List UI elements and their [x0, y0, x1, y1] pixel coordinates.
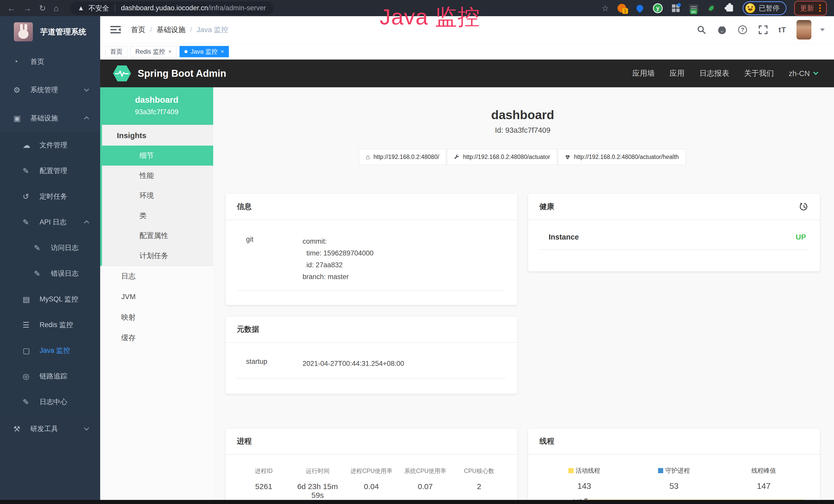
sba-sidebar-item-classes[interactable]: 类 — [102, 206, 213, 226]
metric-value: 0.07 — [398, 482, 452, 491]
sba-sidebar-item-jvm[interactable]: JVM — [100, 287, 213, 307]
sba-sidebar-item-caches[interactable]: 缓存 — [100, 328, 213, 348]
sidebar-item-error-logs[interactable]: ✎错误日志 — [0, 260, 100, 286]
sba-sidebar-item-logfile[interactable]: 日志 — [100, 266, 213, 287]
browser-back-icon[interactable]: ← — [7, 4, 16, 12]
toolbox-icon: ⚒ — [13, 425, 25, 433]
user-caret-down-icon[interactable] — [820, 28, 825, 31]
browser-forward-icon[interactable]: → — [23, 4, 31, 12]
legend-value: 53 — [629, 481, 719, 491]
sidebar-item-system-management[interactable]: ⚙系统管理 — [0, 76, 100, 104]
app-sidebar: 芋道管理系统 ◔首页⚙系统管理▣基础设施 ☁文件管理✎配置管理↺定时任务✎API… — [0, 16, 100, 504]
log-icon: ✎ — [34, 244, 46, 252]
extension-grid-icon[interactable] — [671, 3, 681, 13]
legend-label: 活动线程 — [576, 466, 600, 475]
sidebar-item-infrastructure[interactable]: ▣基础设施 — [0, 104, 100, 132]
app-logo-row[interactable]: 芋道管理系统 — [0, 16, 100, 47]
sidebar-item-scheduled-jobs[interactable]: ↺定时任务 — [0, 184, 100, 209]
home-icon: ⌂ — [366, 153, 370, 161]
legend-value: 147 — [719, 481, 809, 491]
sba-nav-about[interactable]: 关于我们 — [744, 68, 774, 78]
monitor-icon: ▢ — [23, 346, 35, 355]
management-url-link[interactable]: http://192.168.0.2:48080/actuator — [447, 149, 557, 165]
sidebar-item-access-logs[interactable]: ✎访问日志 — [0, 235, 100, 260]
metric-header: 进程ID — [237, 467, 291, 475]
extension-on-icon[interactable]: on — [688, 3, 699, 13]
sba-locale-select[interactable]: zh-CN — [789, 69, 817, 78]
sba-nav-applications[interactable]: 应用 — [670, 68, 684, 78]
breadcrumb-separator: / — [190, 26, 192, 34]
gear-icon: ⚙ — [13, 86, 25, 94]
sidebar-item-dev-tools[interactable]: ⚒研发工具 — [0, 415, 100, 443]
y-axis-tick-label: 140 — [564, 498, 582, 500]
breadcrumb-item[interactable]: 基础设施 — [157, 25, 185, 35]
sidebar-item-config-management[interactable]: ✎配置管理 — [0, 158, 100, 184]
tab-java-monitor[interactable]: Java 监控× — [179, 46, 229, 57]
breadcrumb-item[interactable]: 首页 — [131, 25, 146, 35]
sba-main-content: dashboard Id: 93a3fc7f7409 ⌂ http://192.… — [213, 87, 834, 500]
legend-swatch-icon — [658, 468, 663, 473]
sba-insights-group: Insights 细节性能环境类配置属性计划任务 — [100, 125, 213, 266]
sba-sidebar-item-details[interactable]: 细节 — [100, 145, 213, 166]
extension-pin-icon[interactable] — [635, 3, 645, 13]
font-size-icon[interactable]: tT — [778, 25, 786, 34]
sba-sidebar-item-mappings[interactable]: 映射 — [100, 307, 213, 328]
fullscreen-icon[interactable] — [758, 25, 768, 35]
help-icon[interactable]: ? — [738, 25, 748, 35]
sidebar-item-redis-monitor[interactable]: ☰Redis 监控 — [0, 312, 100, 338]
tab-redis-monitor[interactable]: Redis 监控× — [130, 46, 176, 57]
service-url-link[interactable]: ⌂ http://192.168.0.2:48080/ — [359, 149, 446, 165]
chevron-up-icon — [84, 116, 89, 121]
extensions-puzzle-icon[interactable] — [725, 3, 735, 13]
metric-header: CPU核心数 — [452, 467, 506, 475]
infrastructure-icon: ▣ — [13, 114, 25, 123]
sidebar-menu-top: ◔首页⚙系统管理▣基础设施 — [0, 47, 100, 132]
address-bar[interactable]: ▲ 不安全 dashboard.yudao.iocoder.cn/infra/a… — [70, 2, 273, 15]
sba-sidebar: dashboard 93a3fc7f7409 Insights 细节性能环境类配… — [100, 87, 213, 500]
sidebar-item-trace[interactable]: ◎链路追踪 — [0, 363, 100, 389]
legend-swatch-icon — [568, 468, 574, 473]
sba-nav-journal[interactable]: 日志报表 — [699, 68, 729, 78]
bookmark-star-icon[interactable]: ☆ — [601, 3, 609, 13]
close-icon[interactable]: × — [168, 48, 172, 55]
browser-update-button[interactable]: 更新 — [794, 1, 827, 16]
sidebar-toggle-icon[interactable] — [110, 25, 121, 34]
health-url-link[interactable]: http://192.168.0.2:48080/actuator/health — [558, 149, 686, 165]
sidebar-item-log-center[interactable]: ✎日志中心 — [0, 389, 100, 415]
sba-nav-wallboard[interactable]: 应用墙 — [632, 68, 655, 78]
sba-sidebar-item-config-properties[interactable]: 配置属性 — [102, 226, 213, 246]
metadata-row-value: 2021-04-27T00:44:31.254+08:00 — [303, 358, 404, 369]
avatar[interactable] — [796, 20, 811, 40]
sidebar-item-file-management[interactable]: ☁文件管理 — [0, 132, 100, 158]
sba-group-label: Insights — [102, 125, 213, 145]
github-icon[interactable] — [717, 25, 727, 35]
sidebar-item-home[interactable]: ◔首页 — [0, 47, 100, 76]
sba-sidebar-item-scheduled-tasks[interactable]: 计划任务 — [102, 246, 213, 266]
extension-y-icon[interactable]: y — [653, 3, 663, 13]
sidebar-submenu-infrastructure: ☁文件管理✎配置管理↺定时任务✎API 日志✎访问日志✎错误日志▤MySQL 监… — [0, 132, 100, 415]
profile-paused-chip[interactable]: 已暂停 — [743, 1, 787, 15]
process-metric: 进程ID5261 — [237, 467, 291, 500]
sidebar-item-api-logs[interactable]: ✎API 日志 — [0, 209, 100, 235]
extension-orange-icon[interactable]: 1 — [617, 3, 627, 13]
sba-sidebar-item-environment[interactable]: 环境 — [102, 186, 213, 206]
info-card: 信息 git commit: time: 1596289704000 id: 2… — [225, 194, 517, 305]
sba-instance-header[interactable]: dashboard 93a3fc7f7409 — [100, 87, 213, 125]
browser-reload-icon[interactable]: ↻ — [39, 4, 46, 12]
history-icon: ↺ — [23, 192, 35, 201]
breadcrumb-item: Java 监控 — [197, 25, 228, 35]
sba-brand[interactable]: Spring Boot Admin — [138, 68, 226, 79]
page-subtitle: Id: 93a3fc7f7409 — [225, 126, 820, 135]
browser-menu-icon[interactable] — [819, 4, 821, 12]
extension-leaf-icon[interactable] — [707, 3, 717, 13]
browser-home-icon[interactable]: ⌂ — [54, 4, 59, 12]
sidebar-item-java-monitor[interactable]: ▢Java 监控 — [0, 338, 100, 363]
tab-home[interactable]: 首页 — [105, 46, 127, 57]
sidebar-item-mysql-monitor[interactable]: ▤MySQL 监控 — [0, 286, 100, 312]
sba-sidebar-item-metrics[interactable]: 性能 — [102, 166, 213, 186]
health-url: http://192.168.0.2:48080/actuator/health — [574, 154, 679, 160]
metadata-startup-row: startup 2021-04-27T00:44:31.254+08:00 — [237, 354, 506, 379]
close-icon[interactable]: × — [221, 48, 224, 55]
search-icon[interactable] — [696, 25, 707, 35]
health-history-icon[interactable] — [799, 202, 809, 211]
